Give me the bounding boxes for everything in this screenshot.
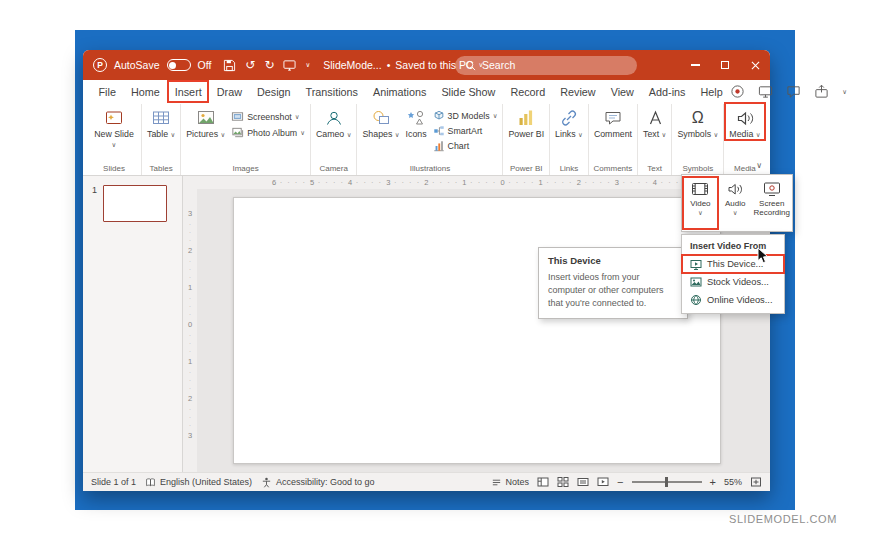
shapes-button[interactable]: Shapes ∨ <box>359 104 402 139</box>
save-icon[interactable] <box>223 59 236 72</box>
group-label-power-bi: Power BI <box>510 164 542 175</box>
reading-view-button[interactable] <box>577 476 589 488</box>
zoom-level[interactable]: 55% <box>724 477 742 487</box>
media-button[interactable]: Media ∨ <box>726 104 763 139</box>
chevron-down-icon: ∨ <box>493 112 498 120</box>
group-label-camera: Camera <box>319 164 347 175</box>
notes-button[interactable]: Notes <box>491 477 530 488</box>
fit-to-window-icon[interactable] <box>750 476 762 488</box>
text-button[interactable]: Text ∨ <box>640 104 669 139</box>
video-icon <box>691 180 709 198</box>
zoom-slider[interactable] <box>632 481 702 483</box>
record-icon[interactable] <box>730 84 745 99</box>
screenshot-button[interactable]: Screenshot ∨ <box>231 110 299 123</box>
redo-icon[interactable]: ↻ <box>264 59 274 71</box>
slide-sorter-view-button[interactable] <box>557 476 569 488</box>
online-videos-icon <box>690 294 702 306</box>
chevron-down-icon: ∨ <box>300 129 305 137</box>
3d-models-button[interactable]: 3D Models ∨ <box>433 110 498 122</box>
share-icon[interactable] <box>814 84 829 99</box>
audio-button[interactable]: Audio ∨ <box>719 178 752 228</box>
new-slide-icon <box>104 107 124 128</box>
tab-design[interactable]: Design <box>249 80 298 103</box>
video-button[interactable]: Video ∨ <box>684 178 717 228</box>
tab-record[interactable]: Record <box>503 80 553 103</box>
proofing-book-icon <box>145 477 156 488</box>
tab-transitions[interactable]: Transitions <box>298 80 365 103</box>
normal-view-button[interactable] <box>537 476 549 488</box>
power-bi-button[interactable]: Power BI <box>505 104 547 139</box>
smartart-button[interactable]: SmartArt <box>433 125 483 137</box>
shapes-icon <box>371 107 391 128</box>
powerpoint-logo-icon[interactable]: P <box>93 58 107 72</box>
ribbon-group-tables: Table ∨ Tables <box>142 104 181 175</box>
chevron-down-icon[interactable]: ∨ <box>305 61 310 69</box>
chevron-down-icon: ∨ <box>395 131 400 138</box>
tab-help[interactable]: Help <box>693 80 730 103</box>
vertical-ruler[interactable]: 3210123 <box>183 189 197 472</box>
tab-draw[interactable]: Draw <box>209 80 249 103</box>
comment-button[interactable]: Comment <box>591 104 635 139</box>
audio-icon <box>726 180 744 198</box>
ribbon-tabs: File Home Insert Draw Design Transitions… <box>83 80 770 103</box>
menu-item-stock-videos[interactable]: Stock Videos... <box>682 273 784 291</box>
undo-icon[interactable]: ↺ <box>245 59 255 71</box>
slide-thumbnail[interactable] <box>103 185 167 222</box>
symbols-button[interactable]: Ω Symbols ∨ <box>674 104 721 139</box>
table-button[interactable]: Table ∨ <box>144 104 178 139</box>
zoom-in-button[interactable]: + <box>710 476 716 488</box>
slide-canvas[interactable] <box>233 197 721 464</box>
autosave-toggle[interactable] <box>167 59 191 71</box>
tab-slide-show[interactable]: Slide Show <box>434 80 503 103</box>
group-label-slides: Slides <box>103 164 125 175</box>
chevron-down-icon: ∨ <box>347 131 352 138</box>
tab-animations[interactable]: Animations <box>365 80 433 103</box>
power-bi-icon <box>516 107 536 128</box>
cameo-button[interactable]: Cameo ∨ <box>313 104 355 139</box>
chart-button[interactable]: Chart <box>433 140 470 152</box>
ruler-corner <box>183 176 197 189</box>
chevron-down-icon: ∨ <box>112 141 117 148</box>
slide-show-button[interactable] <box>597 476 609 488</box>
tab-insert[interactable]: Insert <box>167 80 209 103</box>
links-button[interactable]: Links ∨ <box>552 104 586 139</box>
document-title[interactable]: SlideMode... <box>323 59 381 71</box>
chevron-down-icon: ∨ <box>662 131 667 138</box>
comment-icon <box>603 107 623 128</box>
minimize-button[interactable] <box>680 50 710 80</box>
tab-view[interactable]: View <box>603 80 641 103</box>
tab-review[interactable]: Review <box>553 80 603 103</box>
tab-home[interactable]: Home <box>123 80 167 103</box>
pictures-button[interactable]: Pictures ∨ <box>183 104 228 139</box>
chevron-down-icon[interactable]: ∨ <box>842 88 847 96</box>
accessibility-status[interactable]: Accessibility: Good to go <box>261 477 375 488</box>
omega-symbol-icon: Ω <box>692 107 704 128</box>
tab-file[interactable]: File <box>91 80 123 103</box>
comment-icon[interactable] <box>786 84 801 99</box>
chevron-down-icon: ∨ <box>295 113 300 121</box>
ribbon-group-power-bi: Power BI Power BI <box>503 104 550 175</box>
tab-add-ins[interactable]: Add-ins <box>641 80 693 103</box>
watermark: SLIDEMODEL.COM <box>729 513 837 525</box>
search-input[interactable]: Search <box>455 56 637 75</box>
maximize-button[interactable] <box>710 50 740 80</box>
slide-thumbnail-panel: 1 <box>83 176 183 472</box>
zoom-out-button[interactable]: − <box>617 476 623 488</box>
present-icon[interactable] <box>758 84 773 99</box>
icons-icon <box>406 107 426 128</box>
toggle-knob <box>169 62 176 69</box>
slideshow-icon[interactable] <box>283 59 296 72</box>
new-slide-button[interactable]: New Slide ∨ <box>89 104 139 150</box>
chevron-down-icon: ∨ <box>714 131 719 138</box>
slide-counter[interactable]: Slide 1 of 1 <box>91 477 136 487</box>
icons-button[interactable]: Icons <box>403 104 430 139</box>
screen-recording-button[interactable]: Screen Recording <box>754 178 790 228</box>
ribbon-collapse-chevron[interactable]: ∨ <box>756 161 762 170</box>
zoom-slider-knob[interactable] <box>665 477 669 487</box>
menu-item-online-videos[interactable]: Online Videos... <box>682 291 784 309</box>
group-label-links: Links <box>560 164 579 175</box>
photo-album-button[interactable]: Photo Album ∨ <box>231 126 305 139</box>
language-indicator[interactable]: English (United States) <box>145 477 252 488</box>
chevron-down-icon: ∨ <box>170 131 175 138</box>
close-button[interactable] <box>740 50 770 80</box>
